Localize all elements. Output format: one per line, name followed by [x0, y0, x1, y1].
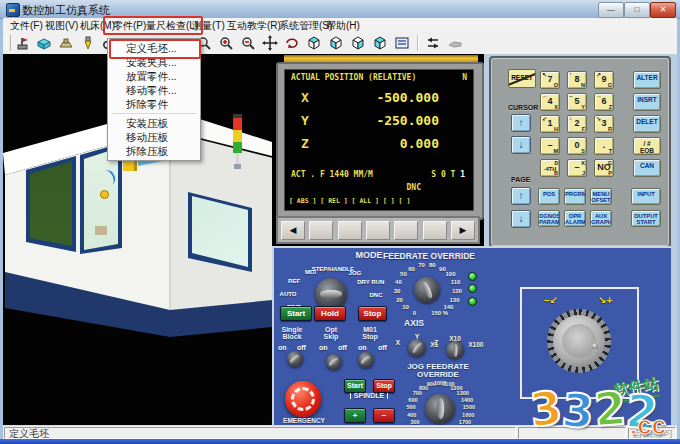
number-key[interactable]: ~5Y	[567, 93, 587, 111]
feedrate-knob[interactable]	[414, 277, 440, 303]
edit-key[interactable]: ALTER	[633, 71, 661, 89]
cursor-up-key[interactable]: ↑	[511, 114, 531, 132]
signal-tower-red	[233, 118, 242, 130]
cycle-start-button[interactable]: Start	[280, 306, 312, 321]
handwheel-plus-arrow: ↘+	[598, 295, 612, 306]
softkey-left-arrow[interactable]: ◀	[281, 221, 305, 240]
io-key[interactable]: OUTPUT START	[631, 210, 661, 227]
number-key[interactable]: –M	[540, 137, 560, 155]
number-key[interactable]: ↓2F	[567, 115, 587, 133]
m01-stop-switch[interactable]	[358, 352, 374, 368]
spindle-plus-button[interactable]: +	[344, 408, 366, 423]
jog-feedrate-knob[interactable]	[425, 394, 455, 424]
view-front-icon[interactable]	[327, 34, 345, 52]
machine-disabled-icon	[446, 34, 464, 52]
function-key[interactable]: MENU OFSET	[590, 188, 612, 205]
edit-key[interactable]: DELET	[633, 115, 661, 133]
function-key[interactable]: PRGRM	[564, 188, 586, 205]
view-top-icon[interactable]	[349, 34, 367, 52]
view-side-icon[interactable]	[371, 34, 389, 52]
number-key[interactable]: ↗9G	[594, 71, 614, 89]
edit-key[interactable]: CAN	[633, 159, 661, 177]
menu-teach[interactable]: 互动教学(R)	[227, 19, 281, 33]
machine-tool-tip	[100, 190, 109, 199]
close-button[interactable]: ✕	[650, 2, 676, 18]
number-key[interactable]: ↙1H	[540, 115, 560, 133]
menu-file[interactable]: 文件(F)	[10, 19, 43, 33]
number-key[interactable]: 0S	[567, 137, 587, 155]
spindle-start-button[interactable]: Start	[344, 379, 366, 393]
menu-view[interactable]: 视图(V)	[45, 19, 78, 33]
rotate-icon[interactable]	[283, 34, 301, 52]
opt-skip-switch[interactable]	[326, 354, 342, 370]
dropdown-item[interactable]: 拆除压板	[108, 144, 200, 158]
handwheel-handle[interactable]	[592, 343, 598, 349]
tool-icon[interactable]	[79, 34, 97, 52]
number-key[interactable]: →6Z	[594, 93, 614, 111]
edit-key[interactable]: INSRT	[633, 93, 661, 111]
single-block-on: on	[278, 344, 287, 351]
dropdown-item[interactable]: 拆除零件	[108, 97, 200, 111]
title-bar[interactable]: 数控加工仿真系统 — □ ✕	[0, 0, 680, 19]
io-key[interactable]: INPUT	[631, 188, 661, 205]
softkey-2[interactable]	[338, 221, 362, 240]
page-down-key[interactable]: ↓	[511, 210, 531, 228]
cursor-down-key[interactable]: ↓	[511, 136, 531, 154]
softkey-5[interactable]	[423, 221, 447, 240]
minimize-button[interactable]: —	[598, 2, 624, 18]
zoom-out-icon[interactable]	[239, 34, 257, 52]
number-key[interactable]: ↘3R	[594, 115, 614, 133]
annotation-box-define-blank	[109, 39, 201, 59]
view-props-icon[interactable]	[393, 34, 411, 52]
number-key[interactable]: GNOP	[594, 159, 614, 177]
stop-button[interactable]: Stop	[358, 306, 387, 321]
status-bar: 定义毛坯 自由练习	[3, 425, 677, 440]
number-key[interactable]: D-4THB	[540, 159, 560, 177]
increment-tick: X1	[430, 341, 438, 348]
fixture-icon[interactable]	[57, 34, 75, 52]
emergency-stop-button[interactable]	[285, 381, 321, 417]
stock-icon[interactable]	[35, 34, 53, 52]
reset-key[interactable]: RESET	[508, 69, 536, 88]
function-key[interactable]: OPR ALARM	[564, 210, 586, 227]
mode-option: AUTO	[280, 291, 297, 297]
dropdown-item[interactable]: 移动零件...	[108, 83, 200, 97]
dropdown-item[interactable]: 安装压板	[108, 116, 200, 130]
maximize-button[interactable]: □	[624, 2, 650, 18]
softkey-3[interactable]	[366, 221, 390, 240]
number-key[interactable]: ↖7O	[540, 71, 560, 89]
spindle-minus-button[interactable]: −	[373, 408, 395, 423]
view-iso-icon[interactable]	[305, 34, 323, 52]
dropdown-item[interactable]: 放置零件...	[108, 69, 200, 83]
number-key[interactable]: K–J	[567, 159, 587, 177]
feed-hold-button[interactable]: Hold	[314, 306, 346, 321]
zoom-in-icon[interactable]	[217, 34, 235, 52]
toolbar-grip[interactable]	[6, 35, 11, 51]
softkey-right-arrow[interactable]: ▶	[451, 221, 475, 240]
cnc-display-column: ACTUAL POSITION (RELATIVE) N X-500.000Y-…	[272, 54, 484, 246]
axis-row: Y-250.000	[285, 109, 473, 132]
operator-panel: MODE EDITAUTOREFMDISTEP/HANDLEJOGDRY RUN…	[272, 246, 671, 425]
swap-view-icon[interactable]	[424, 34, 442, 52]
dropdown-item[interactable]: 移动压板	[108, 130, 200, 144]
softkey-4[interactable]	[394, 221, 418, 240]
spindle-stop-button[interactable]: Stop	[373, 379, 395, 393]
number-key[interactable]: ←4X	[540, 93, 560, 111]
softkey-1[interactable]	[309, 221, 333, 240]
increment-knob[interactable]	[446, 341, 464, 359]
pan-icon[interactable]	[261, 34, 279, 52]
page-up-key[interactable]: ↑	[511, 187, 531, 205]
status-text: 定义毛坯	[4, 427, 516, 439]
single-block-switch[interactable]	[287, 351, 303, 367]
menu-system[interactable]: 系统管理(S)	[279, 19, 332, 33]
workpiece-setup-icon[interactable]	[13, 34, 31, 52]
menu-help[interactable]: 帮助(H)	[326, 19, 360, 33]
handwheel[interactable]	[547, 309, 611, 373]
function-key[interactable]: POS	[538, 188, 560, 205]
number-key[interactable]: .T	[594, 137, 614, 155]
edit-key[interactable]: / # EOB	[633, 137, 661, 155]
jog-feedrate-tick: 1500	[463, 404, 475, 410]
function-key[interactable]: DGNOS PARAM	[538, 210, 560, 227]
function-key[interactable]: AUX GRAPH	[590, 210, 612, 227]
number-key[interactable]: ↑8N	[567, 71, 587, 89]
